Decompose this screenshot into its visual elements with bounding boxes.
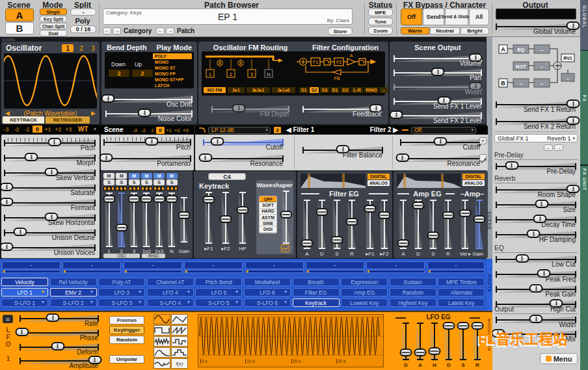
scene-pitch-slider[interactable]: Pitch: [103, 137, 191, 150]
character-warm-button[interactable]: Warm: [401, 27, 429, 34]
skew-vertical-slider[interactable]: Skew Vertical: [4, 167, 96, 180]
menu-button[interactable]: Menu: [540, 353, 578, 364]
env2-expand-icon[interactable]: ▾: [90, 289, 93, 295]
mixer-solo-2[interactable]: S: [116, 179, 127, 185]
slfo3-expand-icon[interactable]: ▾: [139, 299, 141, 305]
fx-bypass-all-button[interactable]: All: [469, 8, 489, 25]
lfo-menu-icon[interactable]: ≡: [3, 315, 13, 323]
scene-b-button[interactable]: B: [5, 22, 34, 34]
lfo-amplitude-slider[interactable]: Amplitude: [20, 355, 99, 368]
filter-balance-slider[interactable]: Filter Balance: [302, 144, 383, 157]
mpe-button[interactable]: MPE: [368, 8, 393, 16]
character-bright-button[interactable]: Bright: [461, 27, 489, 34]
unison-voices-slider[interactable]: Unison Voices: [4, 242, 96, 255]
mod-poly-at[interactable]: Poly AT: [98, 278, 145, 286]
mixer-solo-1x2[interactable]: S: [141, 179, 152, 185]
lfo-deform-slider[interactable]: Deform: [20, 341, 99, 354]
fm-routing-diagram[interactable]: 1 2 3 N: [203, 53, 294, 81]
skew-horizontal-slider[interactable]: Skew Horizontal: [4, 212, 96, 225]
fx-slot-selector[interactable]: Global FX 1 Reverb 1 ▾: [494, 134, 578, 142]
aeg-attack-slider[interactable]: [397, 200, 410, 249]
fm-routing-2to1from3[interactable]: 2▸1◂3: [272, 87, 295, 93]
send-fx1-return-slider[interactable]: Send FX 1 Return: [496, 99, 576, 112]
feg-to-f1-slider[interactable]: [364, 200, 377, 249]
mode-key-split-button[interactable]: Key Split: [40, 16, 67, 22]
mod-slot-bar-3[interactable]: [124, 270, 182, 273]
playmode-latch[interactable]: LATCH: [153, 83, 192, 88]
send-fx2-return-slider[interactable]: Send FX 2 Return: [496, 116, 576, 129]
ws-soft[interactable]: SOFT: [260, 202, 276, 208]
fx-bypass-off-button[interactable]: Off: [401, 8, 422, 25]
filter1-label[interactable]: ◀ Filter 1: [286, 126, 314, 133]
mixer-gain[interactable]: [178, 197, 191, 243]
lfo-eg-decay-slider[interactable]: [442, 323, 455, 360]
mixer-mute-3[interactable]: M: [129, 173, 140, 179]
hf-damping-slider[interactable]: HF Damping: [496, 229, 576, 242]
fm-routing-nofm[interactable]: NO FM: [204, 87, 226, 93]
scene-octave-minus3[interactable]: -3: [131, 127, 139, 134]
osc-octave-minus1[interactable]: -1: [22, 126, 32, 133]
osc-waveform-display[interactable]: [4, 53, 97, 109]
character-neutral-button[interactable]: Neutral: [430, 27, 460, 34]
amp-eg-digital-button[interactable]: DIGITAL: [462, 174, 485, 179]
peak-gain-slider[interactable]: Peak Gain: [496, 284, 576, 297]
slfo6-expand-icon[interactable]: ▾: [284, 299, 287, 305]
filter-link-icon[interactable]: [479, 154, 487, 161]
pitch-slider[interactable]: Pitch: [4, 137, 96, 150]
osc-tab-2[interactable]: 2: [76, 44, 87, 52]
lfo-eg-sustain-slider[interactable]: [457, 323, 470, 360]
mod-keytrack[interactable]: Keytrack: [293, 298, 340, 307]
filtercfg-d1[interactable]: D1: [330, 87, 340, 93]
ws-asym[interactable]: ASYM: [260, 215, 276, 220]
filter2-resonance-slider[interactable]: Resonance: [400, 153, 481, 166]
lfo1-expand-icon[interactable]: ▾: [42, 289, 44, 295]
category-prev-button[interactable]: ←: [103, 27, 111, 34]
playmode-mono-stfp[interactable]: MONO ST+FP: [153, 77, 192, 83]
lfo-random-button[interactable]: Random: [109, 336, 144, 344]
lfo4-expand-icon[interactable]: ▾: [187, 289, 190, 295]
fm-routing-3to2to1[interactable]: 3▸2▸1: [247, 87, 270, 93]
wavetable-next-icon[interactable]: ▶: [91, 110, 96, 116]
peak-freq-slider[interactable]: Peak Freq: [496, 269, 576, 282]
global-volume-slider[interactable]: Global Volume: [496, 21, 576, 34]
filter-add-button[interactable]: +: [479, 137, 487, 144]
playmode-poly[interactable]: POLY: [153, 53, 192, 59]
scene-octave-plus3[interactable]: +3: [181, 127, 190, 134]
scene-width-slider[interactable]: Width: [394, 81, 482, 94]
mixer-solo-1[interactable]: S: [103, 179, 114, 185]
lfo-rate-slider[interactable]: Rate: [20, 313, 99, 326]
mod-slfo4[interactable]: S-LFO 4: [147, 298, 194, 307]
scene-pan-slider[interactable]: Pan: [394, 67, 482, 80]
lfo-freerun-button[interactable]: Freerun: [109, 316, 144, 324]
playmode-mono[interactable]: MONO: [153, 59, 192, 65]
store-button[interactable]: Store: [328, 27, 353, 35]
lfo-shape-triangle[interactable]: [171, 314, 188, 324]
waveshaper-type-list[interactable]: OFF SOFT HARD ASYM SINE DIGI: [259, 196, 277, 233]
keytrack-button[interactable]: KEYTRACK: [3, 116, 44, 124]
fm-routing-2to1[interactable]: 2▸1: [228, 87, 245, 93]
osc-tab-3[interactable]: 3: [88, 44, 98, 52]
feedback-slider[interactable]: Feedback: [302, 103, 382, 116]
mod-velocity[interactable]: Velocity: [1, 278, 48, 286]
osc-drift-slider[interactable]: Osc Drift: [105, 94, 193, 107]
mod-highest-key[interactable]: Highest Key: [390, 298, 436, 307]
fx-strip[interactable]: FX: [580, 51, 588, 165]
keytrack-root-note[interactable]: C4: [208, 173, 246, 180]
feg-sustain-slider[interactable]: [330, 200, 343, 249]
scene-octave-minus1[interactable]: -1: [148, 127, 156, 134]
mod-slot-bar-5[interactable]: [245, 270, 304, 273]
mixer-level-1[interactable]: [103, 192, 116, 247]
mod-slot-6[interactable]: -: [306, 261, 364, 269]
lfo-phase-slider[interactable]: Phase: [20, 327, 99, 340]
lfo-shape-random-smooth[interactable]: [154, 358, 170, 369]
noise-color-slider[interactable]: Noise Color: [105, 108, 193, 121]
lfo-unipolar-button[interactable]: Unipolar: [109, 355, 144, 363]
mod-alternate[interactable]: Alternate: [438, 288, 485, 297]
lfo-shape-sawtooth[interactable]: [171, 325, 188, 336]
filter2-cutoff-slider[interactable]: Cutoff: [400, 137, 481, 150]
feg-to-f2-slider[interactable]: [378, 200, 391, 249]
keytrack-f2-slider[interactable]: [219, 192, 232, 244]
mod-breath[interactable]: Breath: [293, 278, 340, 286]
mixer-level-2x3[interactable]: [153, 192, 166, 247]
slfo4-expand-icon[interactable]: ▾: [187, 299, 190, 305]
